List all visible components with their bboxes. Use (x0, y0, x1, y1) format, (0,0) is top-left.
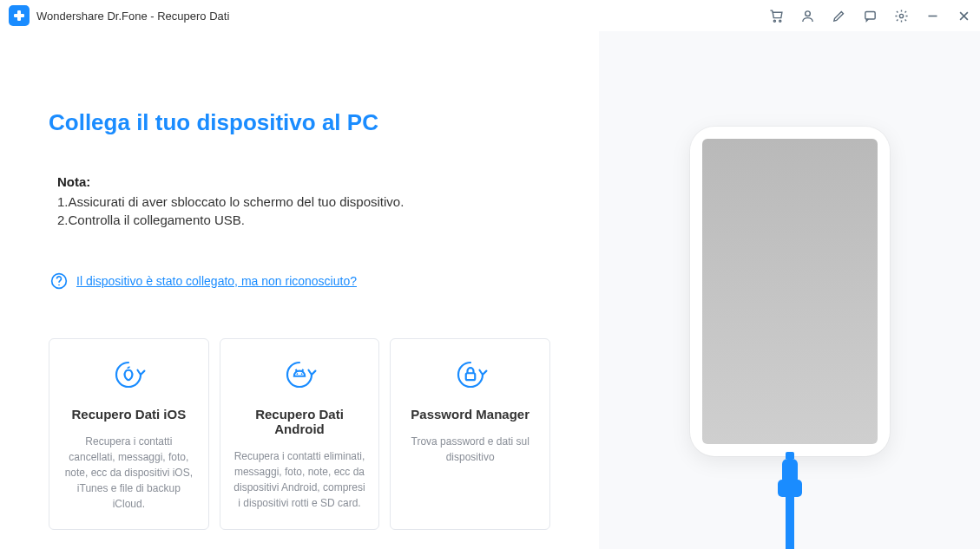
apple-recovery-icon (110, 356, 147, 393)
svg-point-3 (779, 20, 780, 22)
card-desc: Recupera i contatti cancellati, messaggi… (62, 434, 196, 512)
feedback-icon[interactable] (862, 8, 878, 23)
svg-point-2 (773, 20, 775, 22)
phone-screen (702, 139, 878, 444)
svg-rect-16 (465, 373, 475, 380)
page-title: Collega il tuo dispositivo al PC (49, 109, 550, 136)
edit-icon[interactable] (831, 8, 846, 23)
titlebar-right (768, 8, 971, 23)
content: Collega il tuo dispositivo al PC Nota: 1… (0, 31, 980, 549)
user-icon[interactable] (799, 8, 815, 23)
svg-point-6 (899, 14, 903, 17)
svg-point-4 (805, 10, 810, 16)
svg-point-13 (301, 373, 303, 375)
note-item-1: 1.Assicurati di aver sbloccato lo scherm… (57, 193, 542, 211)
plus-logo-icon (12, 9, 26, 23)
note-title: Nota: (57, 174, 542, 189)
note-item-2: 2.Controlla il collegamento USB. (57, 211, 542, 229)
close-icon[interactable] (956, 8, 971, 23)
card-title: Password Manager (403, 407, 537, 422)
note-section: Nota: 1.Assicurati di aver sbloccato lo … (49, 174, 550, 229)
help-icon (50, 272, 68, 290)
svg-line-15 (302, 369, 304, 372)
titlebar: Wondershare Dr.Fone - Recupero Dati (0, 0, 980, 31)
svg-rect-5 (865, 11, 874, 19)
card-desc: Recupera i contatti eliminati, messaggi,… (233, 448, 367, 511)
help-link[interactable]: Il dispositivo è stato collegato, ma non… (76, 274, 357, 288)
gear-icon[interactable] (893, 8, 909, 23)
card-ios-recovery[interactable]: Recupero Dati iOS Recupera i contatti ca… (49, 338, 209, 530)
cards-row: Recupero Dati iOS Recupera i contatti ca… (49, 338, 550, 530)
svg-point-12 (297, 373, 299, 375)
app-title: Wondershare Dr.Fone - Recupero Dati (36, 10, 229, 23)
cart-icon[interactable] (768, 8, 784, 23)
card-password-manager[interactable]: Password Manager Trova password e dati s… (390, 338, 550, 530)
help-line: Il dispositivo è stato collegato, ma non… (49, 272, 550, 290)
svg-point-11 (58, 284, 60, 286)
app-logo (9, 5, 30, 26)
lock-recovery-icon (452, 356, 489, 393)
card-title: Recupero Dati iOS (62, 407, 196, 422)
svg-rect-1 (14, 14, 24, 17)
right-pane (599, 31, 980, 549)
card-desc: Trova password e dati sul dispositivo (403, 434, 537, 465)
left-pane: Collega il tuo dispositivo al PC Nota: 1… (0, 31, 599, 549)
card-title: Recupero Dati Android (233, 407, 367, 436)
usb-cable-illustration (778, 459, 802, 549)
phone-illustration (690, 127, 890, 456)
android-recovery-icon (281, 356, 318, 393)
minimize-icon[interactable] (924, 8, 940, 23)
svg-line-14 (296, 369, 298, 372)
card-android-recovery[interactable]: Recupero Dati Android Recupera i contatt… (220, 338, 380, 530)
titlebar-left: Wondershare Dr.Fone - Recupero Dati (9, 5, 229, 26)
